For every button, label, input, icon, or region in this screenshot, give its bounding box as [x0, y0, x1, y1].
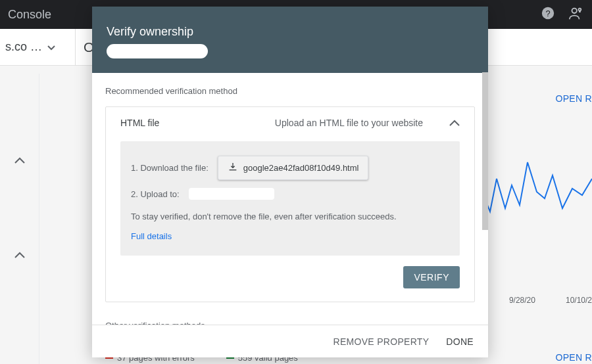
step-label: 1. Download the file: — [131, 163, 209, 173]
step-upload: 2. Upload to: — [131, 188, 449, 200]
full-details-link[interactable]: Full details — [131, 231, 172, 241]
clicks-chart — [474, 100, 592, 231]
chevron-down-icon — [47, 40, 55, 54]
verify-ownership-dialog: Verify ownership Recommended verificatio… — [92, 7, 488, 357]
svg-rect-4 — [229, 170, 236, 170]
property-selector[interactable]: s.co … — [5, 29, 76, 65]
section-label-recommended: Recommended verification method — [105, 86, 475, 96]
chart-dates: 9/28/20 10/10/2 — [509, 296, 592, 305]
card-subtitle: Upload an HTML file to your website — [275, 118, 449, 128]
redacted-target — [189, 188, 274, 200]
card-header[interactable]: HTML file Upload an HTML file to your we… — [106, 107, 474, 133]
chevron-up-icon[interactable] — [12, 247, 28, 263]
step-download: 1. Download the file: google2ae42fad08f1… — [131, 156, 449, 180]
download-icon — [228, 162, 238, 174]
redacted-url — [107, 44, 208, 58]
card-body: 1. Download the file: google2ae42fad08f1… — [120, 141, 460, 256]
dialog-body: Recommended verification method HTML fil… — [92, 73, 488, 325]
open-report-link[interactable]: OPEN R — [556, 352, 592, 363]
remove-property-button[interactable]: REMOVE PROPERTY — [333, 336, 430, 347]
date-tick: 10/10/2 — [566, 296, 592, 305]
verification-method-card: HTML file Upload an HTML file to your we… — [105, 106, 475, 302]
verify-row: VERIFY — [106, 256, 474, 288]
chevron-up-icon[interactable] — [449, 118, 460, 128]
chevron-up-icon[interactable] — [12, 152, 28, 168]
users-icon[interactable] — [568, 6, 583, 24]
dialog-header: Verify ownership — [92, 7, 488, 73]
section-label-other: Other verification methods — [105, 321, 475, 325]
dialog-title: Verify ownership — [107, 25, 474, 39]
download-file-name: google2ae42fad08f10d49.html — [243, 163, 359, 173]
property-name: s.co … — [5, 40, 42, 54]
svg-point-3 — [579, 8, 581, 11]
scrollbar-thumb[interactable] — [482, 72, 488, 230]
download-file-button[interactable]: google2ae42fad08f10d49.html — [218, 156, 369, 180]
left-rail — [0, 74, 39, 364]
done-button[interactable]: DONE — [446, 336, 474, 347]
verification-note: To stay verified, don't remove the file,… — [131, 212, 449, 221]
svg-text:?: ? — [545, 8, 550, 18]
dialog-footer: REMOVE PROPERTY DONE — [92, 325, 488, 357]
card-title: HTML file — [120, 118, 159, 128]
brand-label: Console — [8, 8, 51, 22]
verify-button[interactable]: VERIFY — [403, 266, 460, 288]
date-tick: 9/28/20 — [509, 296, 535, 305]
svg-point-2 — [572, 8, 577, 12]
step-label: 2. Upload to: — [131, 189, 180, 199]
help-icon[interactable]: ? — [541, 6, 555, 24]
